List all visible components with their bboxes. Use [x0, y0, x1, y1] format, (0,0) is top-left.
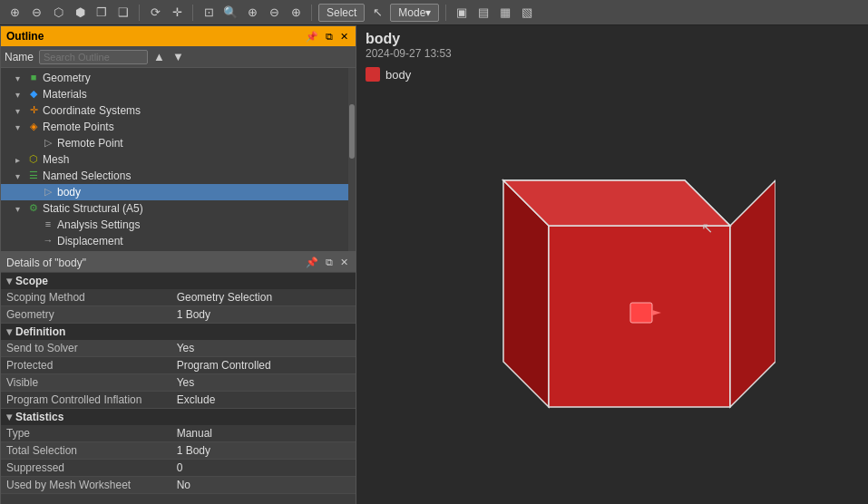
tree-label-named-selections: Named Selections	[43, 170, 131, 182]
detail-row: Program Controlled Inflation Exclude	[1, 392, 356, 409]
zoom-sel-icon[interactable]: ⊕	[287, 4, 305, 22]
tree-icon-coord: ✛	[26, 104, 41, 117]
detail-value[interactable]: Yes	[171, 340, 356, 357]
tree-expand-static-structural[interactable]: ▾	[15, 204, 26, 214]
section-label: ▾Statistics	[1, 409, 356, 426]
tree-expand-geometry[interactable]: ▾	[15, 73, 26, 83]
outline-search-input[interactable]	[39, 50, 148, 64]
detail-row: Visible Yes	[1, 374, 356, 392]
outline-panel: Outline 📌 ⧉ ✕ Name ▲ ▼ ▾ ■ Geometry	[0, 25, 356, 252]
tree-item-materials[interactable]: ▾ ◆ Materials	[1, 86, 348, 102]
tree-item-analysis-settings[interactable]: ≡ Analysis Settings	[1, 217, 348, 233]
section-label: ▾Definition	[1, 324, 356, 341]
tree-item-remote-point[interactable]: ▷ Remote Point	[1, 135, 348, 151]
legend-label: body	[385, 68, 411, 82]
tree-label-remote-point: Remote Point	[57, 137, 123, 150]
view-solid-icon[interactable]: ⬢	[71, 4, 89, 22]
detail-value[interactable]: No	[171, 477, 356, 494]
tree-icon-mesh: ⬡	[26, 153, 41, 166]
detail-value[interactable]: 1 Body	[171, 306, 356, 324]
detail-key: Used by Mesh Worksheet	[1, 477, 171, 494]
mode-button[interactable]: Mode▾	[390, 4, 439, 22]
outline-scrollbar[interactable]	[348, 68, 356, 251]
display-icon-3[interactable]: ▦	[496, 4, 514, 22]
outline-header-controls: 📌 ⧉ ✕	[304, 31, 350, 43]
zoom-fit-icon[interactable]: ⊕	[5, 4, 24, 22]
zoom-in-icon[interactable]: 🔍	[221, 4, 239, 22]
viewport-legend: body	[356, 65, 868, 83]
tree-icon-body-leaf: ▷	[41, 186, 55, 199]
viewport[interactable]: body 2024-09-27 13:53 body	[356, 25, 868, 504]
detail-key: Protected	[1, 357, 171, 374]
outline-float-button[interactable]: ⧉	[324, 31, 335, 43]
rotate-icon[interactable]: ⟳	[146, 4, 164, 22]
tree-item-body-leaf[interactable]: ▷ body	[1, 184, 348, 200]
details-close-button[interactable]: ✕	[338, 257, 350, 268]
section-label: ▾Scope	[1, 273, 356, 289]
detail-value[interactable]: Exclude	[171, 392, 356, 409]
zoom-all-icon[interactable]: ⊖	[265, 4, 283, 22]
detail-row: Used by Mesh Worksheet No	[1, 477, 356, 494]
tree-item-geometry[interactable]: ▾ ■ Geometry	[1, 70, 348, 86]
display-icon-1[interactable]: ▣	[453, 4, 471, 22]
tree-expand-named-selections[interactable]: ▾	[15, 171, 26, 181]
viewport-canvas[interactable]: ↖	[356, 83, 868, 504]
detail-value[interactable]: 0	[171, 460, 356, 477]
details-data-table: ▾Scope Scoping Method Geometry Selection…	[1, 273, 356, 494]
tree-expand-materials[interactable]: ▾	[15, 90, 26, 100]
details-title: Details of "body"	[6, 257, 86, 269]
pan-icon[interactable]: ✛	[168, 4, 186, 22]
tree-expand-coord[interactable]: ▾	[15, 106, 26, 116]
zoom-out-icon[interactable]: ⊖	[27, 4, 45, 22]
details-pin-button[interactable]: 📌	[304, 257, 320, 268]
outline-title: Outline	[6, 30, 44, 43]
outline-name-label: Name	[5, 51, 34, 63]
tree-icon-remote-point: ▷	[41, 137, 55, 150]
select-arrow-icon[interactable]: ↖	[368, 4, 386, 22]
view-edge-icon[interactable]: ❑	[114, 4, 132, 22]
zoom-box-icon[interactable]: ⊡	[200, 4, 218, 22]
details-float-button[interactable]: ⧉	[324, 257, 335, 268]
view-frame-icon[interactable]: ❐	[93, 4, 111, 22]
tree-item-coord[interactable]: ▾ ✛ Coordinate Systems	[1, 102, 348, 119]
detail-row: Suppressed 0	[1, 460, 356, 477]
tree-expand-mesh[interactable]: ▸	[15, 155, 26, 165]
outline-sort-asc-button[interactable]: ▲	[151, 50, 167, 63]
outline-tree[interactable]: ▾ ■ Geometry ▾ ◆ Materials ▾ ✛ Coordinat…	[1, 68, 348, 251]
tree-icon-static-structural: ⚙	[26, 202, 41, 215]
detail-value[interactable]: 1 Body	[171, 442, 356, 460]
toolbar-separator-3	[311, 5, 312, 21]
detail-row: Send to Solver Yes	[1, 340, 356, 357]
detail-value[interactable]: Yes	[171, 374, 356, 392]
outline-sort-desc-button[interactable]: ▼	[171, 50, 186, 63]
detail-row: Scoping Method Geometry Selection	[1, 289, 356, 306]
tree-item-named-selections[interactable]: ▾ ☰ Named Selections	[1, 168, 348, 184]
tree-expand-remote-points[interactable]: ▾	[15, 122, 26, 132]
tree-label-analysis-settings: Analysis Settings	[57, 218, 140, 231]
display-icon-4[interactable]: ▧	[518, 4, 536, 22]
section-toggle-icon[interactable]: ▾	[6, 411, 12, 423]
display-icon-2[interactable]: ▤	[474, 4, 493, 22]
outline-close-button[interactable]: ✕	[338, 31, 350, 43]
details-header: Details of "body" 📌 ⧉ ✕	[1, 253, 356, 273]
tree-item-static-structural[interactable]: ▾ ⚙ Static Structural (A5)	[1, 200, 348, 217]
detail-value[interactable]: Program Controlled	[171, 357, 356, 374]
tree-item-displacement[interactable]: → Displacement	[1, 233, 348, 249]
tree-label-displacement: Displacement	[57, 235, 123, 247]
detail-value[interactable]: Geometry Selection	[171, 289, 356, 306]
details-table: ▾Scope Scoping Method Geometry Selection…	[1, 273, 356, 504]
details-header-controls: 📌 ⧉ ✕	[304, 257, 350, 268]
section-toggle-icon[interactable]: ▾	[6, 325, 12, 338]
view-iso-icon[interactable]: ⬡	[49, 4, 67, 22]
outline-scrollbar-thumb[interactable]	[349, 104, 355, 159]
section-row-statistics: ▾Statistics	[1, 409, 356, 426]
section-toggle-icon[interactable]: ▾	[6, 275, 12, 287]
zoom-region-icon[interactable]: ⊕	[243, 4, 261, 22]
section-row-scope: ▾Scope	[1, 273, 356, 289]
tree-item-mesh[interactable]: ▸ ⬡ Mesh	[1, 151, 348, 168]
outline-header: Outline 📌 ⧉ ✕	[1, 26, 356, 46]
tree-item-remote-points[interactable]: ▾ ◈ Remote Points	[1, 119, 348, 135]
detail-value[interactable]: Manual	[171, 425, 356, 442]
select-button[interactable]: Select	[318, 4, 365, 22]
outline-pin-button[interactable]: 📌	[304, 31, 320, 43]
